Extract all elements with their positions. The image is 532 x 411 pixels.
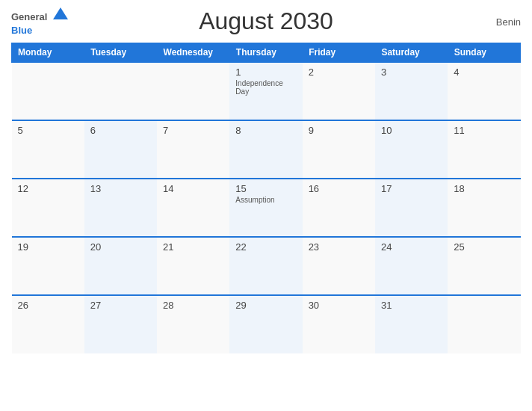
day-cell [157,62,229,120]
day-cell: 9 [303,120,375,179]
weekday-header-saturday: Saturday [375,43,448,63]
day-cell: 25 [448,237,520,295]
day-number: 29 [235,300,296,311]
day-cell: 16 [303,179,375,237]
week-row-1: 1Independence Day234 [12,62,521,120]
holiday-label: Assumption [235,196,296,204]
day-number: 3 [381,67,442,78]
day-cell: 14 [157,179,229,237]
day-cell: 24 [375,237,448,295]
day-cell: 3 [375,62,448,120]
day-cell: 21 [157,237,229,295]
day-number: 4 [454,67,514,78]
day-cell: 27 [84,295,157,353]
day-number: 28 [163,300,223,311]
logo-icon [52,7,69,20]
week-row-2: 567891011 [12,120,521,179]
weekday-header-monday: Monday [12,43,84,63]
day-number: 11 [454,125,514,136]
day-number: 18 [454,183,514,194]
day-number: 6 [90,125,151,136]
day-number: 16 [309,183,369,194]
day-cell: 2 [303,62,375,120]
day-number: 8 [235,125,296,136]
day-cell: 18 [448,179,520,237]
day-number: 7 [163,125,223,136]
day-cell: 6 [84,120,157,179]
svg-marker-0 [53,7,68,19]
day-number: 9 [309,125,369,136]
weekday-header-wednesday: Wednesday [157,43,229,63]
day-number: 2 [309,67,369,78]
day-cell: 23 [303,237,375,295]
country-label: Benin [496,16,521,27]
day-cell [84,62,157,120]
day-cell: 19 [12,237,84,295]
day-number: 15 [235,183,296,194]
week-row-3: 12131415Assumption161718 [12,179,521,237]
week-row-5: 262728293031 [12,295,521,353]
logo-blue-text: Blue [11,25,32,36]
day-number: 26 [18,300,78,311]
day-cell: 17 [375,179,448,237]
day-number: 30 [309,300,369,311]
day-cell: 26 [12,295,84,353]
day-cell [12,62,84,120]
calendar-table: MondayTuesdayWednesdayThursdayFridaySatu… [11,43,521,353]
day-number: 21 [163,241,223,253]
day-number: 23 [309,241,369,253]
day-cell: 8 [229,120,302,179]
logo-general-text: General [11,11,47,22]
day-number: 14 [163,183,223,194]
month-title: August 2030 [199,7,333,35]
weekday-header-row: MondayTuesdayWednesdayThursdayFridaySatu… [12,43,521,63]
day-cell: 29 [229,295,302,353]
day-number: 13 [90,183,151,194]
day-cell: 10 [375,120,448,179]
day-cell: 7 [157,120,229,179]
weekday-header-thursday: Thursday [229,43,302,63]
day-cell [448,295,520,353]
day-cell: 30 [303,295,375,353]
day-cell: 31 [375,295,448,353]
day-number: 22 [235,241,296,253]
day-number: 24 [381,241,442,253]
weekday-header-friday: Friday [303,43,375,63]
weekday-header-sunday: Sunday [448,43,520,63]
weekday-header-tuesday: Tuesday [84,43,157,63]
day-cell: 22 [229,237,302,295]
day-cell: 1Independence Day [229,62,302,120]
day-cell: 4 [448,62,520,120]
calendar-container: General Blue August 2030 Benin MondayTue… [0,0,532,411]
day-number: 5 [18,125,78,136]
week-row-4: 19202122232425 [12,237,521,295]
day-number: 20 [90,241,151,253]
day-number: 10 [381,125,442,136]
day-number: 17 [381,183,442,194]
logo: General Blue [11,7,69,37]
day-number: 31 [381,300,442,311]
day-cell: 12 [12,179,84,237]
day-cell: 28 [157,295,229,353]
holiday-label: Independence Day [235,79,296,96]
day-number: 25 [454,241,514,253]
day-cell: 11 [448,120,520,179]
day-cell: 15Assumption [229,179,302,237]
day-cell: 20 [84,237,157,295]
day-number: 19 [18,241,78,253]
day-cell: 13 [84,179,157,237]
day-number: 12 [18,183,78,194]
day-cell: 5 [12,120,84,179]
day-number: 1 [235,67,296,78]
day-number: 27 [90,300,151,311]
calendar-header: General Blue August 2030 Benin [11,7,521,35]
